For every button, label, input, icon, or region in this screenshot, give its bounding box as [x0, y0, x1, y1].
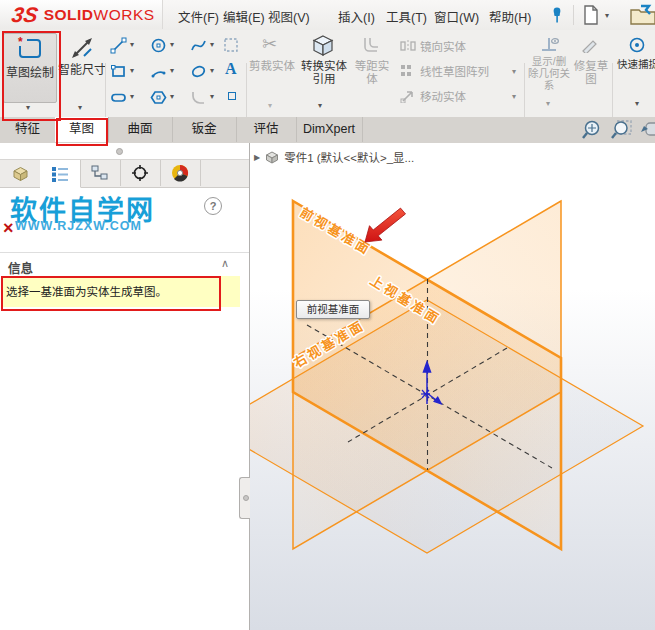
tab-surfaces[interactable]: 曲面 [108, 117, 173, 142]
smart-dimension-icon[interactable] [70, 36, 94, 60]
tab-evaluate[interactable]: 评估 [236, 117, 297, 142]
menu-item-edit[interactable]: 编辑(E) [223, 7, 265, 26]
circle-tool-caret[interactable]: ▾ [170, 41, 174, 49]
trim-entities-icon[interactable]: ✂ [262, 33, 277, 55]
repair-sketch-icon[interactable] [581, 37, 599, 53]
display-relations-caret[interactable]: ▾ [546, 100, 550, 108]
offset-entities-icon[interactable] [362, 36, 380, 54]
panel-divider [0, 252, 249, 253]
annotation-rect-message [1, 276, 221, 311]
text-tool-icon[interactable]: A [225, 60, 237, 78]
tab-dimxpert[interactable]: DimXpert [296, 117, 363, 142]
planes-scene: 前视基准面 上视基准面 右视基准面 [250, 143, 655, 630]
configuration-icon [91, 165, 109, 181]
move-entities-icon[interactable] [400, 89, 416, 103]
menu-item-window[interactable]: 窗口(W) [434, 7, 479, 26]
pin-menu-icon[interactable] [549, 6, 565, 24]
info-header: 信息 [8, 258, 33, 277]
graphics-viewport[interactable]: ▶ 零件1 (默认<<默认>_显... [250, 143, 655, 630]
close-icon[interactable]: × [3, 219, 14, 237]
tree-item-part1[interactable]: 零件1 (默认<<默认>_显... [284, 149, 414, 165]
zoom-fit-icon[interactable] [581, 119, 605, 141]
line-tool-icon[interactable] [110, 37, 127, 54]
polygon-tool-icon[interactable] [150, 89, 167, 106]
panel-tab-displaymanager[interactable] [160, 160, 201, 186]
rectangle-tool-icon[interactable] [110, 63, 127, 80]
slot-tool-caret[interactable]: ▾ [130, 93, 134, 101]
mirror-entities-label[interactable]: 镜向实体 [420, 41, 510, 54]
panel-grip-dot[interactable] [116, 148, 123, 155]
quick-snaps-icon[interactable] [628, 36, 646, 54]
polygon-tool-caret[interactable]: ▾ [170, 93, 174, 101]
annotation-arrow [365, 208, 406, 242]
color-wheel-icon [171, 164, 189, 182]
menu-item-view[interactable]: 视图(V) [268, 7, 310, 26]
convert-entities-icon[interactable] [312, 34, 334, 58]
repair-sketch-label[interactable]: 修复草图 [569, 60, 613, 86]
panel-tab-featuremanager[interactable] [0, 160, 41, 186]
annotation-rect-sketch-tab [56, 118, 108, 146]
convert-entities-label[interactable]: 转换实体引用 [299, 60, 349, 86]
view-settings-icon[interactable] [638, 119, 655, 141]
quick-snaps-caret[interactable]: ▾ [635, 100, 639, 108]
display-relations-icon[interactable] [539, 35, 559, 53]
menu-item-tools[interactable]: 工具(T) [386, 7, 427, 26]
sketch-fillet-caret[interactable]: ▾ [210, 93, 214, 101]
linear-pattern-label[interactable]: 线性草图阵列 [420, 66, 510, 79]
feature-tree-root[interactable]: ▶ 零件1 (默认<<默认>_显... [254, 149, 414, 165]
watermark-url: WWW.RJZXW.COM [15, 219, 142, 233]
part-icon [264, 150, 280, 164]
part-icon [11, 165, 30, 182]
select-entities-icon[interactable] [224, 38, 238, 52]
ellipse-tool-caret[interactable]: ▾ [210, 67, 214, 75]
annotation-rect-sketch-button [2, 31, 61, 121]
splitter-grip-dot [243, 495, 249, 501]
move-entities-label[interactable]: 移动实体 [420, 91, 510, 104]
point-tool-icon[interactable] [228, 92, 236, 100]
offset-entities-label[interactable]: 等距实体 [350, 60, 394, 86]
ellipse-tool-icon[interactable] [190, 63, 207, 80]
trim-entities-label[interactable]: 剪裁实体 [248, 60, 296, 73]
linear-pattern-caret[interactable]: ▾ [512, 68, 516, 76]
panel-tab-dimxpertmanager[interactable] [120, 160, 161, 186]
panel-tab-configurationmanager[interactable] [80, 160, 121, 186]
convert-entities-caret[interactable]: ▾ [318, 102, 322, 110]
logo-wordmark: SOLIDWORKS [44, 6, 155, 24]
zoom-to-area-icon[interactable] [609, 119, 633, 141]
spline-tool-caret[interactable]: ▾ [210, 41, 214, 49]
arc-tool-caret[interactable]: ▾ [170, 67, 174, 75]
spline-tool-icon[interactable] [190, 37, 207, 54]
panel-tab-strip [0, 159, 249, 188]
solidworks-logo: 3S SOLIDWORKS [0, 0, 163, 29]
menu-item-file[interactable]: 文件(F) [178, 7, 219, 26]
property-list-icon [51, 166, 69, 182]
tab-sheet-metal[interactable]: 钣金 [172, 117, 237, 142]
ribbon-toolbar: * 草图绘制 ▾ 智能尺寸 ▾ ▾ ▾ ▾ ▾ [0, 30, 655, 118]
help-icon[interactable]: ? [204, 197, 222, 215]
mirror-entities-icon[interactable] [400, 39, 416, 53]
menu-item-insert[interactable]: 插入(I) [338, 7, 375, 26]
display-relations-label[interactable]: 显示/删除几何关系 [527, 55, 571, 91]
linear-pattern-icon[interactable] [400, 64, 416, 78]
rectangle-tool-caret[interactable]: ▾ [130, 67, 134, 75]
logo-3s-mark: 3S [10, 3, 40, 27]
circle-tool-icon[interactable] [150, 37, 167, 54]
move-entities-caret[interactable]: ▾ [512, 93, 516, 101]
smart-dimension-label[interactable]: 智能尺寸 [58, 64, 106, 77]
panel-tab-propertymanager[interactable] [40, 160, 81, 188]
target-icon [131, 164, 149, 182]
line-tool-caret[interactable]: ▾ [130, 41, 134, 49]
trim-entities-caret[interactable]: ▾ [268, 102, 272, 110]
feature-manager-panel: 软件自学网 WWW.RJZXW.COM ? × 信息 ∧ 选择一基准面为实体生成… [0, 143, 250, 630]
tree-expand-icon[interactable]: ▶ [254, 153, 260, 162]
slot-tool-icon[interactable] [110, 89, 127, 106]
arc-tool-icon[interactable] [150, 63, 167, 80]
sketch-fillet-icon[interactable] [190, 89, 207, 106]
new-document-icon[interactable] [581, 4, 601, 26]
new-document-caret[interactable]: ▾ [605, 12, 609, 20]
smart-dimension-caret[interactable]: ▾ [78, 104, 82, 112]
menu-item-help[interactable]: 帮助(H) [489, 7, 531, 26]
collapse-chevron-icon[interactable]: ∧ [221, 257, 229, 270]
open-document-icon[interactable] [629, 3, 655, 27]
quick-snaps-label[interactable]: 快速捕捉 [617, 58, 655, 70]
